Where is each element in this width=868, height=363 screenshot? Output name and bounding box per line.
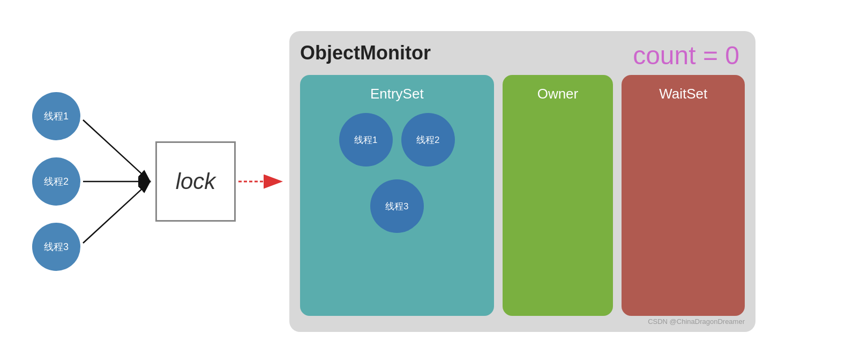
thread-circle-1: 线程1 xyxy=(32,92,80,140)
entry-thread-2: 线程2 xyxy=(401,113,455,167)
object-monitor: ObjectMonitor count = 0 EntrySet 线程1 线程2 xyxy=(289,31,755,332)
threads-to-lock-arrows xyxy=(80,96,155,267)
owner-section: Owner xyxy=(503,75,613,316)
entry-thread-3: 线程3 xyxy=(370,179,424,233)
main-layout: 线程1 线程2 线程3 lock xyxy=(32,21,836,342)
svg-line-2 xyxy=(83,182,150,243)
thread-circle-3: 线程3 xyxy=(32,223,80,271)
diagram-container: 线程1 线程2 线程3 lock xyxy=(0,0,868,363)
lock-to-monitor-arrow xyxy=(236,165,289,198)
lock-box: lock xyxy=(155,141,236,222)
monitor-count: count = 0 xyxy=(633,41,739,70)
entry-thread-1: 线程1 xyxy=(339,113,393,167)
threads-section: 线程1 线程2 线程3 xyxy=(32,92,80,271)
owner-label: Owner xyxy=(537,86,579,102)
wait-set-section: WaitSet xyxy=(622,75,745,316)
monitor-title: ObjectMonitor xyxy=(300,42,431,64)
entry-set-section: EntrySet 线程1 线程2 线程3 xyxy=(300,75,494,316)
lock-label: lock xyxy=(176,169,216,194)
watermark: CSDN @ChinaDragonDreamer xyxy=(648,317,745,326)
entry-set-label: EntrySet xyxy=(370,86,424,102)
monitor-sections: EntrySet 线程1 线程2 线程3 xyxy=(300,75,745,316)
svg-line-0 xyxy=(83,120,150,182)
thread-circle-2: 线程2 xyxy=(32,157,80,206)
wait-set-label: WaitSet xyxy=(659,86,707,102)
entry-set-threads: 线程1 线程2 线程3 xyxy=(311,113,483,233)
